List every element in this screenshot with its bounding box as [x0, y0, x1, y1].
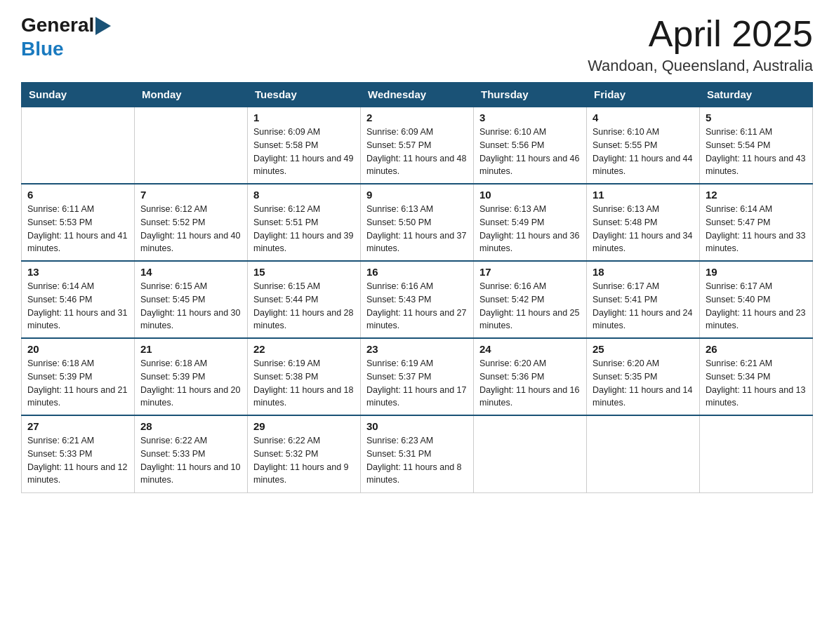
calendar-cell: 4Sunrise: 6:10 AMSunset: 5:55 PMDaylight… — [587, 107, 700, 184]
calendar-cell: 27Sunrise: 6:21 AMSunset: 5:33 PMDayligh… — [22, 415, 135, 492]
day-number: 16 — [366, 266, 468, 278]
calendar-cell: 18Sunrise: 6:17 AMSunset: 5:41 PMDayligh… — [587, 261, 700, 338]
calendar-cell — [135, 107, 248, 184]
day-number: 29 — [253, 420, 355, 432]
calendar-cell: 12Sunrise: 6:14 AMSunset: 5:47 PMDayligh… — [700, 184, 813, 261]
day-number: 19 — [706, 266, 807, 278]
day-number: 3 — [479, 112, 581, 123]
day-number: 26 — [706, 343, 807, 355]
calendar-cell — [474, 415, 587, 492]
day-number: 1 — [253, 112, 355, 123]
sun-info: Sunrise: 6:17 AMSunset: 5:40 PMDaylight:… — [706, 280, 807, 333]
day-number: 18 — [593, 266, 694, 278]
calendar-cell: 21Sunrise: 6:18 AMSunset: 5:39 PMDayligh… — [135, 338, 248, 415]
sun-info: Sunrise: 6:22 AMSunset: 5:33 PMDaylight:… — [140, 434, 241, 487]
day-number: 21 — [140, 343, 241, 355]
sun-info: Sunrise: 6:11 AMSunset: 5:54 PMDaylight:… — [706, 126, 807, 178]
sun-info: Sunrise: 6:12 AMSunset: 5:51 PMDaylight:… — [253, 203, 355, 255]
day-number: 28 — [140, 420, 241, 432]
sun-info: Sunrise: 6:13 AMSunset: 5:48 PMDaylight:… — [593, 203, 694, 255]
sun-info: Sunrise: 6:13 AMSunset: 5:49 PMDaylight:… — [479, 203, 581, 255]
sun-info: Sunrise: 6:19 AMSunset: 5:38 PMDaylight:… — [253, 357, 355, 410]
logo-general-text: General — [21, 14, 94, 36]
logo-arrow-icon — [95, 17, 111, 35]
calendar-cell: 3Sunrise: 6:10 AMSunset: 5:56 PMDaylight… — [474, 107, 587, 184]
page-header: General Blue April 2025 Wandoan, Queensl… — [21, 14, 813, 75]
calendar-cell: 23Sunrise: 6:19 AMSunset: 5:37 PMDayligh… — [361, 338, 474, 415]
header-tuesday: Tuesday — [248, 83, 361, 107]
title-block: April 2025 Wandoan, Queensland, Australi… — [588, 14, 813, 75]
day-number: 9 — [366, 189, 468, 201]
calendar-cell — [700, 415, 813, 492]
sun-info: Sunrise: 6:22 AMSunset: 5:32 PMDaylight:… — [253, 434, 355, 487]
calendar-title: April 2025 — [588, 14, 813, 54]
logo: General Blue — [21, 14, 111, 60]
day-number: 23 — [366, 343, 468, 355]
calendar-cell: 22Sunrise: 6:19 AMSunset: 5:38 PMDayligh… — [248, 338, 361, 415]
sun-info: Sunrise: 6:15 AMSunset: 5:45 PMDaylight:… — [140, 280, 241, 333]
sun-info: Sunrise: 6:12 AMSunset: 5:52 PMDaylight:… — [140, 203, 241, 255]
calendar-cell: 24Sunrise: 6:20 AMSunset: 5:36 PMDayligh… — [474, 338, 587, 415]
day-number: 13 — [27, 266, 128, 278]
calendar-cell: 28Sunrise: 6:22 AMSunset: 5:33 PMDayligh… — [135, 415, 248, 492]
sun-info: Sunrise: 6:21 AMSunset: 5:34 PMDaylight:… — [706, 357, 807, 410]
calendar-week-row: 1Sunrise: 6:09 AMSunset: 5:58 PMDaylight… — [22, 107, 813, 184]
calendar-cell: 8Sunrise: 6:12 AMSunset: 5:51 PMDaylight… — [248, 184, 361, 261]
day-number: 11 — [593, 189, 694, 201]
day-number: 20 — [27, 343, 128, 355]
day-number: 2 — [366, 112, 468, 123]
calendar-cell: 9Sunrise: 6:13 AMSunset: 5:50 PMDaylight… — [361, 184, 474, 261]
sun-info: Sunrise: 6:18 AMSunset: 5:39 PMDaylight:… — [27, 357, 128, 410]
calendar-cell: 13Sunrise: 6:14 AMSunset: 5:46 PMDayligh… — [22, 261, 135, 338]
calendar-table: SundayMondayTuesdayWednesdayThursdayFrid… — [21, 82, 813, 493]
day-number: 24 — [479, 343, 581, 355]
calendar-cell: 20Sunrise: 6:18 AMSunset: 5:39 PMDayligh… — [22, 338, 135, 415]
sun-info: Sunrise: 6:14 AMSunset: 5:47 PMDaylight:… — [706, 203, 807, 255]
sun-info: Sunrise: 6:18 AMSunset: 5:39 PMDaylight:… — [140, 357, 241, 410]
day-number: 4 — [593, 112, 694, 123]
logo-blue-text: Blue — [21, 38, 64, 60]
day-number: 30 — [366, 420, 468, 432]
header-thursday: Thursday — [474, 83, 587, 107]
svg-marker-0 — [95, 17, 111, 35]
sun-info: Sunrise: 6:16 AMSunset: 5:42 PMDaylight:… — [479, 280, 581, 333]
day-number: 8 — [253, 189, 355, 201]
calendar-cell: 5Sunrise: 6:11 AMSunset: 5:54 PMDaylight… — [700, 107, 813, 184]
header-wednesday: Wednesday — [361, 83, 474, 107]
day-number: 25 — [593, 343, 694, 355]
calendar-cell: 14Sunrise: 6:15 AMSunset: 5:45 PMDayligh… — [135, 261, 248, 338]
sun-info: Sunrise: 6:23 AMSunset: 5:31 PMDaylight:… — [366, 434, 468, 487]
calendar-cell: 15Sunrise: 6:15 AMSunset: 5:44 PMDayligh… — [248, 261, 361, 338]
calendar-cell: 26Sunrise: 6:21 AMSunset: 5:34 PMDayligh… — [700, 338, 813, 415]
calendar-week-row: 6Sunrise: 6:11 AMSunset: 5:53 PMDaylight… — [22, 184, 813, 261]
calendar-cell: 2Sunrise: 6:09 AMSunset: 5:57 PMDaylight… — [361, 107, 474, 184]
sun-info: Sunrise: 6:17 AMSunset: 5:41 PMDaylight:… — [593, 280, 694, 333]
sun-info: Sunrise: 6:09 AMSunset: 5:58 PMDaylight:… — [253, 126, 355, 178]
sun-info: Sunrise: 6:20 AMSunset: 5:36 PMDaylight:… — [479, 357, 581, 410]
sun-info: Sunrise: 6:21 AMSunset: 5:33 PMDaylight:… — [27, 434, 128, 487]
header-monday: Monday — [135, 83, 248, 107]
calendar-cell: 7Sunrise: 6:12 AMSunset: 5:52 PMDaylight… — [135, 184, 248, 261]
sun-info: Sunrise: 6:13 AMSunset: 5:50 PMDaylight:… — [366, 203, 468, 255]
day-number: 17 — [479, 266, 581, 278]
day-number: 5 — [706, 112, 807, 123]
calendar-cell: 6Sunrise: 6:11 AMSunset: 5:53 PMDaylight… — [22, 184, 135, 261]
sun-info: Sunrise: 6:16 AMSunset: 5:43 PMDaylight:… — [366, 280, 468, 333]
header-sunday: Sunday — [22, 83, 135, 107]
calendar-header-row: SundayMondayTuesdayWednesdayThursdayFrid… — [22, 83, 813, 107]
calendar-cell: 17Sunrise: 6:16 AMSunset: 5:42 PMDayligh… — [474, 261, 587, 338]
sun-info: Sunrise: 6:14 AMSunset: 5:46 PMDaylight:… — [27, 280, 128, 333]
sun-info: Sunrise: 6:11 AMSunset: 5:53 PMDaylight:… — [27, 203, 128, 255]
calendar-cell — [22, 107, 135, 184]
calendar-cell: 11Sunrise: 6:13 AMSunset: 5:48 PMDayligh… — [587, 184, 700, 261]
day-number: 7 — [140, 189, 241, 201]
sun-info: Sunrise: 6:20 AMSunset: 5:35 PMDaylight:… — [593, 357, 694, 410]
sun-info: Sunrise: 6:19 AMSunset: 5:37 PMDaylight:… — [366, 357, 468, 410]
day-number: 6 — [27, 189, 128, 201]
calendar-location: Wandoan, Queensland, Australia — [588, 57, 813, 75]
day-number: 12 — [706, 189, 807, 201]
day-number: 27 — [27, 420, 128, 432]
calendar-cell — [587, 415, 700, 492]
calendar-week-row: 27Sunrise: 6:21 AMSunset: 5:33 PMDayligh… — [22, 415, 813, 492]
day-number: 22 — [253, 343, 355, 355]
